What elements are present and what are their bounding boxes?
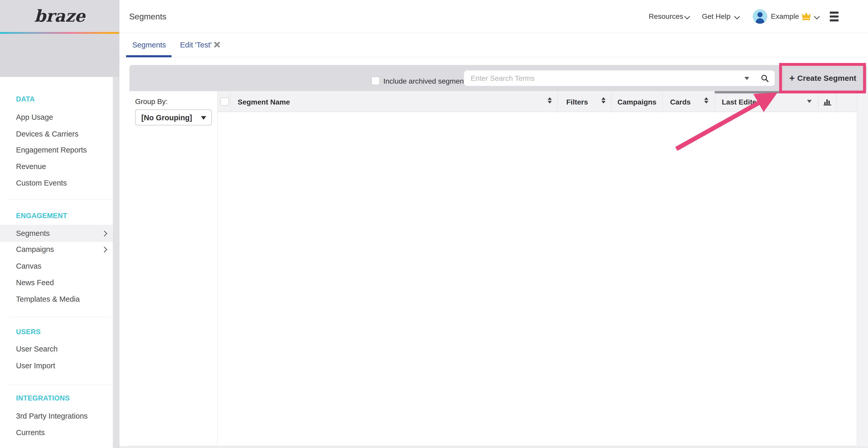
get-help-menu[interactable]: Get Help	[702, 12, 731, 21]
sidebar-item-news-feed[interactable]: News Feed	[16, 278, 54, 287]
divider	[8, 199, 110, 200]
workspace-switcher[interactable]: b Mixpanel Demo Mixpanel Demo	[0, 34, 119, 77]
brand-gradient-bar	[0, 32, 119, 34]
tab-edit-test[interactable]: Edit 'Test'	[180, 41, 212, 49]
group-by-value: [No Grouping]	[141, 113, 192, 122]
avatar[interactable]	[753, 9, 767, 24]
sidebar-item-templates-media[interactable]: Templates & Media	[16, 295, 80, 304]
plus-icon: +	[789, 74, 795, 83]
sidebar-border	[119, 0, 119, 448]
select-all-checkbox[interactable]	[221, 97, 229, 106]
table-right-gutter	[857, 91, 868, 446]
group-by-dropdown[interactable]: [No Grouping]	[135, 109, 212, 126]
svg-text:braze: braze	[34, 6, 86, 26]
sidebar-item-user-search[interactable]: User Search	[16, 344, 58, 353]
section-header-data: DATA	[16, 95, 35, 103]
sidebar-item-revenue[interactable]: Revenue	[16, 162, 46, 171]
sidebar-item-segments[interactable]: Segments	[0, 225, 113, 242]
chevron-right-icon	[101, 231, 107, 237]
sort-icon[interactable]	[704, 97, 708, 103]
section-header-integrations: INTEGRATIONS	[16, 394, 70, 403]
sidebar-item-3rd-party-integrations[interactable]: 3rd Party Integrations	[16, 411, 88, 421]
sidebar-item-custom-events[interactable]: Custom Events	[16, 178, 67, 187]
analytics-chart-icon[interactable]	[823, 97, 832, 107]
page-title: Segments	[129, 12, 166, 22]
sidebar-item-app-usage[interactable]: App Usage	[16, 112, 53, 122]
sidebar-item-segments-label: Segments	[16, 229, 50, 238]
section-header-users: USERS	[16, 328, 41, 336]
search-box	[464, 70, 775, 86]
column-header-campaigns[interactable]: Campaigns	[617, 98, 656, 106]
sidebar-logo-block: braze	[0, 0, 119, 32]
sidebar-item-user-import[interactable]: User Import	[16, 361, 55, 370]
segments-table: Segment Name Filters Campaigns Cards Las…	[218, 91, 857, 446]
column-header-cards[interactable]: Cards	[670, 98, 690, 106]
sorted-column-indicator	[715, 91, 818, 94]
crown-icon	[801, 12, 811, 21]
account-name[interactable]: Example	[771, 12, 799, 21]
tab-segments[interactable]: Segments	[132, 41, 166, 49]
tab-bar	[119, 33, 868, 57]
close-icon[interactable]	[213, 41, 220, 48]
sidebar-item-engagement-reports[interactable]: Engagement Reports	[16, 145, 87, 154]
sidebar-item-currents[interactable]: Currents	[16, 428, 45, 437]
section-header-engagement: ENGAGEMENT	[16, 211, 67, 220]
column-header-last-edited[interactable]: Last Edited	[722, 98, 761, 106]
sidebar-item-campaigns[interactable]: Campaigns	[16, 245, 54, 254]
sort-icon[interactable]	[601, 97, 606, 103]
content-bottom-edge	[119, 446, 868, 448]
table-header: Segment Name Filters Campaigns Cards Las…	[218, 91, 857, 112]
sidebar-item-devices-carriers[interactable]: Devices & Carriers	[16, 129, 79, 139]
include-archived-checkbox[interactable]	[371, 77, 380, 85]
include-archived-label: Include archived segments	[383, 77, 469, 85]
column-header-filters[interactable]: Filters	[566, 98, 588, 106]
resources-menu[interactable]: Resources	[649, 12, 683, 21]
dropdown-caret-icon	[201, 116, 206, 120]
sidebar-item-canvas[interactable]: Canvas	[16, 262, 41, 271]
braze-logo: braze	[0, 0, 119, 32]
column-header-segment-name[interactable]: Segment Name	[238, 98, 290, 106]
sidebar-scrollbar[interactable]	[113, 77, 119, 448]
group-by-panel: Group By: [No Grouping]	[129, 91, 218, 446]
divider	[8, 384, 110, 385]
hamburger-menu-icon[interactable]	[830, 12, 839, 22]
search-dropdown-caret-icon[interactable]	[745, 77, 749, 80]
search-input[interactable]	[470, 70, 678, 87]
active-tab-underline	[126, 55, 172, 57]
sort-desc-icon[interactable]	[807, 100, 812, 103]
search-icon[interactable]	[761, 74, 769, 83]
create-segment-button[interactable]: + Create Segment	[783, 67, 863, 90]
sort-icon[interactable]	[548, 97, 552, 103]
group-by-label: Group By:	[135, 98, 168, 106]
